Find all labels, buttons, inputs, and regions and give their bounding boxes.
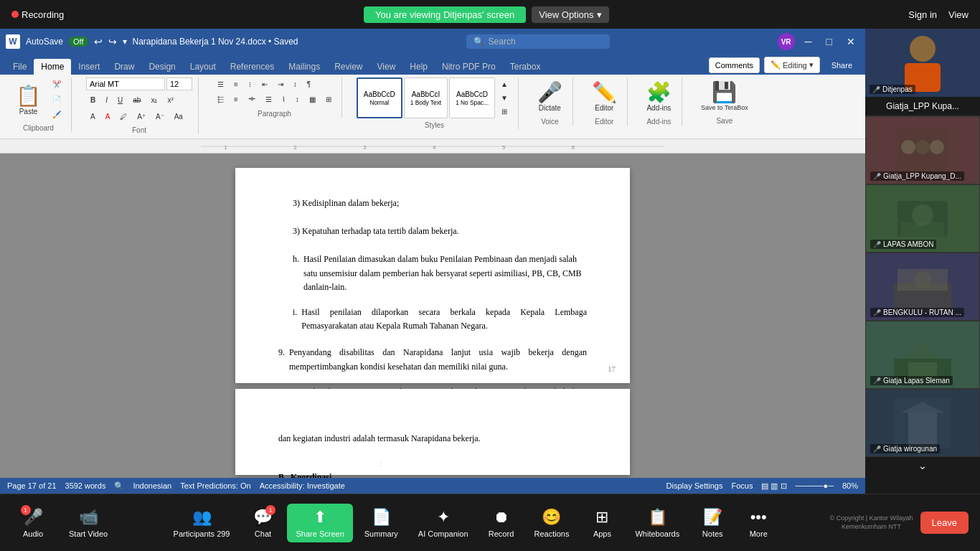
tab-layout[interactable]: Layout (183, 59, 223, 75)
style-no-space[interactable]: AaBbCcD1 No Spac... (449, 77, 495, 118)
zoom-slider[interactable]: ─────●─ (796, 481, 834, 490)
view-label[interactable]: View (948, 9, 969, 20)
tab-terabox[interactable]: Terabox (503, 59, 548, 75)
cut-button[interactable]: ✂️ (48, 77, 65, 91)
document-page-18[interactable]: dan kegiatan industri adalah termasuk Na… (235, 389, 630, 475)
display-settings[interactable]: Display Settings (666, 481, 723, 490)
undo-icon[interactable]: ↩ (94, 36, 103, 47)
document-content[interactable]: 3) Kedisiplinan dalam bekerja; 3) Kepatu… (0, 154, 865, 478)
font-size-dropdown[interactable] (166, 77, 192, 90)
font-size-grow-button[interactable]: A⁺ (133, 110, 150, 123)
tab-nitro[interactable]: Nitro PDF Pro (435, 59, 503, 75)
sign-in-label[interactable]: Sign in (908, 9, 937, 20)
reactions-button[interactable]: 😊 Reactions (526, 504, 578, 542)
format-painter-button[interactable]: 🖌️ (48, 108, 65, 121)
leave-button[interactable]: Leave (920, 512, 969, 534)
minimize-button[interactable]: ─ (801, 36, 816, 47)
notes-button[interactable]: 📝 Notes (691, 504, 734, 542)
apps-button[interactable]: ⊞ Apps (580, 504, 623, 542)
video-button[interactable]: 📹 Start Video (60, 504, 116, 542)
view-options-button[interactable]: View Options ▾ (532, 6, 608, 23)
participants-button[interactable]: 👥 Participants 299 (165, 504, 239, 542)
dictate-button[interactable]: 🎤 Dictate (533, 77, 567, 115)
audio-button[interactable]: 🎤 1 Audio (11, 504, 55, 542)
editor-icon: ✏️ (592, 80, 617, 104)
save-terabox-button[interactable]: 💾 Save to TeraBox (697, 77, 753, 114)
copy-button[interactable]: 📄 (48, 93, 65, 106)
shading-button[interactable]: ▦ (305, 93, 320, 107)
clear-formatting-button[interactable]: A (86, 110, 100, 123)
comments-button[interactable]: Comments (709, 57, 760, 73)
record-button[interactable]: ⏺ Record (480, 504, 523, 542)
font-family-dropdown[interactable] (86, 77, 165, 90)
style-normal[interactable]: AaBbCcDNormal (357, 77, 402, 118)
underline-button[interactable]: U (113, 93, 127, 107)
tab-references[interactable]: References (223, 59, 281, 75)
text-highlight-button[interactable]: 🖊 (116, 110, 131, 123)
show-marks-button[interactable]: ¶ (303, 77, 315, 91)
border-button[interactable]: ⊞ (321, 93, 336, 107)
chat-button[interactable]: 💬 1 Chat (241, 504, 284, 542)
viewing-banner: You are viewing Ditjenpas' screen (364, 6, 526, 23)
superscript-button[interactable]: x² (163, 93, 177, 107)
align-center-button[interactable]: ≡ (230, 93, 242, 107)
bold-button[interactable]: B (86, 93, 100, 107)
tab-file[interactable]: File (6, 59, 34, 75)
change-case-button[interactable]: Aa (170, 110, 187, 123)
autosave-toggle[interactable]: Off (69, 37, 88, 47)
tab-insert[interactable]: Insert (71, 59, 107, 75)
document-page-17[interactable]: 3) Kedisiplinan dalam bekerja; 3) Kepatu… (235, 168, 630, 383)
redo-icon[interactable]: ↪ (108, 36, 117, 47)
language-label[interactable]: Indonesian (133, 481, 171, 490)
editor-button[interactable]: ✏️ Editor (588, 77, 621, 115)
close-button[interactable]: ✕ (842, 36, 859, 47)
quick-access-icon[interactable]: ▾ (123, 37, 127, 47)
tab-draw[interactable]: Draw (107, 59, 141, 75)
align-right-button[interactable]: ⬲ (244, 93, 260, 107)
tab-review[interactable]: Review (327, 59, 369, 75)
addins-button[interactable]: 🧩 Add-ins (642, 77, 676, 115)
sort-button[interactable]: ↕ (289, 77, 301, 91)
increase-indent-button[interactable]: ⇥ (273, 77, 288, 91)
ai-companion-button[interactable]: ✦ AI Companion (410, 504, 477, 542)
styles-scroll-up[interactable]: ▲ (496, 77, 512, 91)
numbering-button[interactable]: ≡ (230, 77, 242, 91)
italic-button[interactable]: I (101, 93, 112, 107)
line-spacing-button[interactable]: ↕ (291, 93, 303, 107)
font-color-button[interactable]: A (101, 110, 115, 123)
styles-more[interactable]: ⊞ (496, 105, 512, 118)
subscript-button[interactable]: x₂ (146, 93, 161, 107)
word-ruler: 1 2 3 4 5 6 (0, 139, 865, 154)
share-screen-button[interactable]: ⬆ Share Screen (287, 504, 352, 542)
more-button[interactable]: ••• More (737, 504, 780, 542)
multilevel-button[interactable]: ⫶ (244, 77, 256, 91)
svg-point-10 (901, 140, 915, 154)
summary-button[interactable]: 📄 Summary (356, 504, 407, 542)
text-predictions[interactable]: Text Predictions: On (180, 481, 250, 490)
summary-icon: 📄 (372, 508, 391, 527)
maximize-button[interactable]: □ (822, 36, 837, 47)
editing-button[interactable]: ✏️ Editing ▾ (764, 57, 820, 73)
tab-view[interactable]: View (370, 59, 403, 75)
align-left-button[interactable]: ⬱ (213, 93, 228, 107)
scroll-down-button[interactable]: ⌄ (865, 457, 980, 474)
focus-label[interactable]: Focus (731, 481, 753, 490)
accessibility[interactable]: Accessibility: Investigate (260, 481, 345, 490)
whiteboards-button[interactable]: 📋 Whiteboards (626, 504, 688, 542)
styles-scroll-down[interactable]: ▼ (496, 91, 512, 105)
bullets-button[interactable]: ☰ (213, 77, 228, 91)
justify-button[interactable]: ☰ (261, 93, 276, 107)
paste-button[interactable]: 📋 Paste (11, 81, 45, 118)
decrease-indent-button[interactable]: ⇤ (258, 77, 272, 91)
tab-home[interactable]: Home (34, 59, 71, 75)
tab-design[interactable]: Design (141, 59, 182, 75)
font-size-shrink-button[interactable]: A⁻ (151, 110, 169, 123)
tab-mailings[interactable]: Mailings (281, 59, 327, 75)
column-button[interactable]: ⌇ (278, 93, 290, 107)
share-button[interactable]: Share (824, 58, 859, 72)
strikethrough-button[interactable]: ab (128, 93, 145, 107)
word-search-box[interactable]: 🔍 Search (466, 34, 610, 49)
tab-help[interactable]: Help (402, 59, 435, 75)
style-body-text[interactable]: AaBbCcI1 Body Text (404, 77, 448, 118)
reactions-label: Reactions (534, 529, 570, 538)
